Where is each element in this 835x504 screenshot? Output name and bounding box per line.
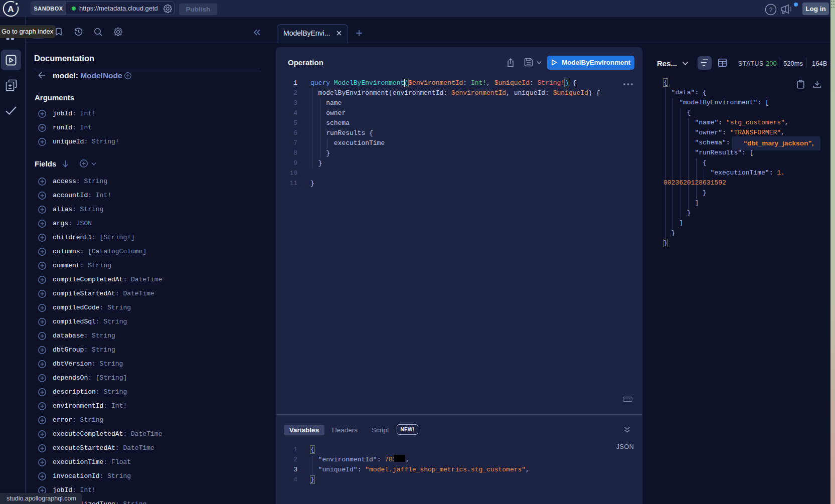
svg-text:?: ? [769, 7, 773, 14]
svg-text:A: A [8, 5, 14, 14]
